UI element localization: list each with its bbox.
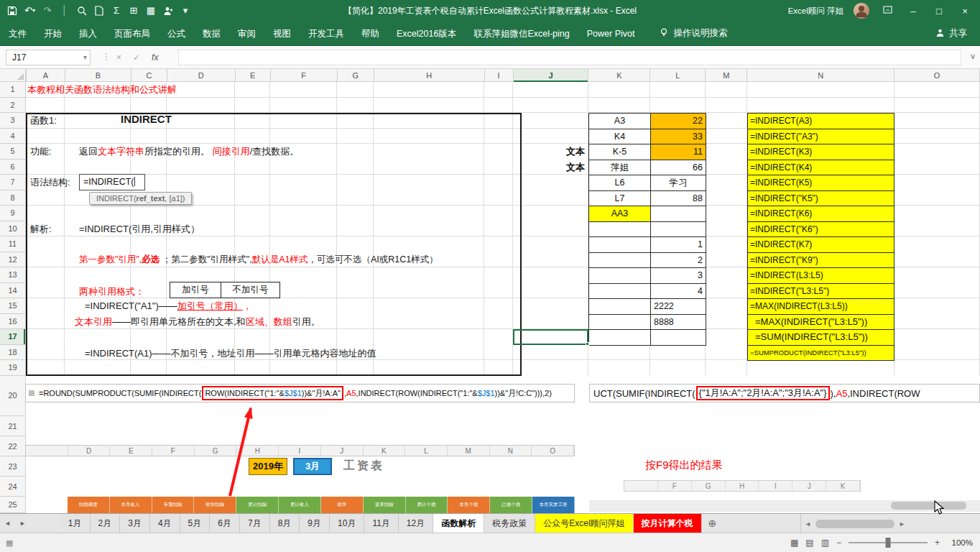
formula-cell[interactable]: =INDIRECT(K5) xyxy=(748,175,895,191)
row-header[interactable]: 18 xyxy=(0,345,26,361)
sheet-tab[interactable]: 6月 xyxy=(210,514,240,533)
column-header[interactable]: L xyxy=(650,69,706,82)
sheet-tab[interactable]: 10月 xyxy=(330,514,364,533)
formula-cell[interactable]: =INDIRECT(K4) xyxy=(748,160,895,176)
sheet-tab[interactable]: 公众号Excel顾问萍姐 xyxy=(535,514,633,533)
ribbon-tab[interactable]: 开发工具 xyxy=(300,22,353,46)
zoom-slider-thumb[interactable] xyxy=(885,538,890,548)
row-header[interactable]: 23 xyxy=(0,456,26,477)
status-left-icon[interactable]: ▦ xyxy=(6,533,13,552)
row-header[interactable]: 21 xyxy=(0,416,26,436)
account-name[interactable]: Excel顾问 萍姐 xyxy=(788,6,843,17)
cell[interactable] xyxy=(589,284,651,300)
cell[interactable]: 8888 xyxy=(651,315,706,331)
cell[interactable] xyxy=(589,299,651,315)
horizontal-scroll-thumb[interactable] xyxy=(815,520,895,528)
horizontal-scrollbar[interactable]: ◄ ► xyxy=(800,514,980,533)
row-header[interactable]: 13 xyxy=(0,267,26,283)
cell[interactable]: L7 xyxy=(589,191,651,207)
page-layout-view-icon[interactable]: ▤ xyxy=(805,538,813,548)
column-header[interactable]: G xyxy=(338,69,374,82)
cell[interactable]: 1 xyxy=(651,237,706,253)
row-header[interactable]: 22 xyxy=(0,436,26,456)
cell[interactable] xyxy=(589,315,651,331)
ribbon-tab[interactable]: 公式 xyxy=(159,22,194,46)
ribbon-tab[interactable]: Power Pivot xyxy=(578,22,644,46)
sheet-tab[interactable]: 1月 xyxy=(60,514,91,533)
row-header[interactable]: 16 xyxy=(0,314,26,330)
cell[interactable]: 4 xyxy=(651,284,706,300)
sheet-tab[interactable]: 4月 xyxy=(150,514,180,533)
cell[interactable]: 66 xyxy=(651,160,706,176)
sheet-tab[interactable]: 5月 xyxy=(180,514,211,533)
cell[interactable]: 33 xyxy=(651,129,706,145)
add-user-icon[interactable] xyxy=(163,5,173,17)
cell[interactable]: 3 xyxy=(651,268,706,284)
enter-icon[interactable]: ✓ xyxy=(133,52,140,63)
ribbon-tab[interactable]: 页面布局 xyxy=(106,22,159,46)
autosum-icon[interactable]: Σ xyxy=(111,5,121,17)
formula-cell[interactable]: =INDIRECT(K3) xyxy=(748,144,895,160)
row-header[interactable]: 5 xyxy=(0,144,26,160)
zoom-slider[interactable] xyxy=(849,542,928,543)
page-break-view-icon[interactable]: ▥ xyxy=(821,538,829,548)
row-header[interactable]: 2 xyxy=(0,98,26,114)
zoom-in-icon[interactable]: + xyxy=(935,538,940,548)
formula-input[interactable] xyxy=(178,50,961,65)
column-header[interactable]: I xyxy=(485,69,514,82)
sheet-tab[interactable]: 税务政策 xyxy=(484,514,535,533)
add-sheet-button[interactable]: ⊕ xyxy=(702,514,724,533)
pivot-table-icon[interactable]: ▦ xyxy=(146,5,156,17)
fill-handle[interactable] xyxy=(586,342,589,346)
row-header[interactable]: 20 xyxy=(0,376,26,417)
ribbon-display-options-icon[interactable] xyxy=(879,5,895,17)
normal-view-icon[interactable]: ▦ xyxy=(790,538,798,548)
cell[interactable]: 22 xyxy=(651,114,706,129)
cell[interactable]: K4 xyxy=(589,129,651,145)
option-without-quotes[interactable]: 不加引号 xyxy=(221,282,280,298)
cell[interactable]: 2 xyxy=(651,253,706,269)
formula-cell[interactable]: =SUMPRODUCT(INDIRECT("L3:L5")) xyxy=(748,346,895,362)
row-header[interactable]: 14 xyxy=(0,283,26,299)
zoom-level[interactable]: 100% xyxy=(947,538,973,547)
undo-dropdown-icon[interactable]: ▾ xyxy=(32,5,35,17)
ribbon-tab[interactable]: 数据 xyxy=(194,22,229,46)
formula-cell[interactable]: =INDIRECT("A3") xyxy=(748,129,895,145)
cell[interactable]: A3 xyxy=(589,114,651,129)
cell[interactable] xyxy=(651,206,706,222)
sheet-tab[interactable]: 12月 xyxy=(399,514,433,533)
cell[interactable] xyxy=(651,330,706,346)
selected-cell-J17[interactable] xyxy=(513,329,588,345)
option-with-quotes[interactable]: 加引号 xyxy=(170,282,221,298)
name-box-splitter[interactable]: ⋮ xyxy=(102,52,111,62)
row-header[interactable]: 17 xyxy=(0,329,26,345)
column-header[interactable]: F xyxy=(271,69,338,82)
column-header[interactable]: C xyxy=(131,69,167,82)
column-header[interactable]: J xyxy=(514,69,589,82)
ribbon-tab[interactable]: 联系萍姐微信Excel-ping xyxy=(465,22,578,46)
ribbon-tab[interactable]: 文件 xyxy=(0,22,35,46)
formula-cell[interactable]: =INDIRECT("K6") xyxy=(748,222,895,238)
sheet-tab[interactable]: 8月 xyxy=(270,514,300,533)
row-header[interactable]: 25 xyxy=(0,497,26,513)
maximize-button[interactable]: □ xyxy=(931,6,947,17)
name-box[interactable]: J17 ▾ xyxy=(6,50,91,65)
scroll-left-icon[interactable]: ◄ xyxy=(805,520,811,528)
cell[interactable]: AA3 xyxy=(589,206,651,222)
cell[interactable]: 2222 xyxy=(651,299,706,315)
expand-formula-bar-icon[interactable]: ∨ xyxy=(970,52,976,61)
formula-cell[interactable]: =INDIRECT("L3:L5") xyxy=(748,284,895,300)
row-header[interactable]: 11 xyxy=(0,236,26,252)
ribbon-tab[interactable]: 视图 xyxy=(264,22,300,46)
column-header[interactable]: O xyxy=(895,69,980,82)
minimize-button[interactable]: – xyxy=(905,6,921,17)
column-header[interactable]: H xyxy=(374,69,485,82)
sheet-tab[interactable]: 9月 xyxy=(300,514,330,533)
row-header[interactable]: 6 xyxy=(0,160,26,175)
row-header[interactable]: 1 xyxy=(0,82,26,98)
sheet-tab[interactable]: 2月 xyxy=(91,514,121,533)
ribbon-tab[interactable]: 帮助 xyxy=(353,22,388,46)
sheet-tab[interactable]: 按月计算个税 xyxy=(634,514,702,533)
formula-cell[interactable]: =INDIRECT("K9") xyxy=(748,253,895,269)
row-header[interactable]: 24 xyxy=(0,477,26,497)
